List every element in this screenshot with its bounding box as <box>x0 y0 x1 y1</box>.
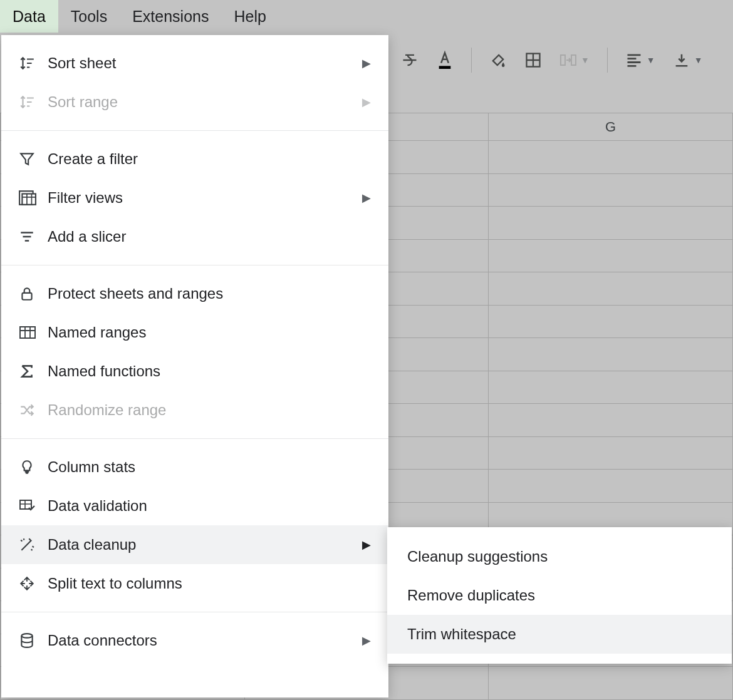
sigma-icon <box>19 363 48 379</box>
menu-item-protect[interactable]: Protect sheets and ranges <box>1 274 388 313</box>
lightbulb-icon <box>19 459 48 475</box>
data-validation-icon <box>19 498 48 513</box>
fill-color-button[interactable] <box>489 51 507 69</box>
menu-item-label: Column stats <box>48 458 371 476</box>
menu-item-label: Sort sheet <box>48 54 362 72</box>
chevron-down-icon: ▼ <box>694 55 703 65</box>
submenu-item-label: Trim whitespace <box>407 625 516 643</box>
submenu-item-remove-duplicates[interactable]: Remove duplicates <box>387 576 732 615</box>
toolbar-divider <box>471 48 472 73</box>
menu-item-label: Add a slicer <box>48 228 371 245</box>
chevron-right-icon: ▶ <box>362 95 371 109</box>
svg-point-9 <box>21 634 32 638</box>
menu-item-sort-range: Sort range ▶ <box>1 83 388 121</box>
menu-item-randomize-range: Randomize range <box>1 391 388 430</box>
database-icon <box>19 632 48 649</box>
menu-item-filter-views[interactable]: Filter views ▶ <box>1 178 388 217</box>
menu-item-label: Sort range <box>48 93 362 111</box>
menu-separator <box>1 438 388 439</box>
text-color-icon <box>436 51 454 69</box>
submenu-item-cleanup-suggestions[interactable]: Cleanup suggestions <box>387 537 732 576</box>
submenu-item-trim-whitespace[interactable]: Trim whitespace <box>387 615 732 654</box>
menubar: Data Tools Extensions Help <box>0 0 733 33</box>
borders-button[interactable] <box>524 51 542 69</box>
slicer-icon <box>19 229 48 245</box>
chevron-down-icon: ▼ <box>647 55 655 65</box>
menu-item-label: Split text to columns <box>48 575 371 592</box>
menu-separator <box>1 265 388 265</box>
menu-item-column-stats[interactable]: Column stats <box>1 448 388 486</box>
menu-item-sort-sheet[interactable]: Sort sheet ▶ <box>1 44 388 83</box>
chevron-right-icon: ▶ <box>362 634 371 647</box>
merge-cells-button[interactable]: ▼ <box>559 51 590 69</box>
menu-separator <box>1 612 388 612</box>
data-menu-dropdown: Sort sheet ▶ Sort range ▶ Create a filte… <box>1 35 388 697</box>
strikethrough-icon <box>401 51 418 69</box>
split-icon <box>19 575 48 592</box>
menu-item-named-ranges[interactable]: Named ranges <box>1 313 388 352</box>
svg-rect-3 <box>571 55 576 65</box>
fill-color-icon <box>489 51 507 69</box>
menu-item-label: Create a filter <box>48 150 371 168</box>
menu-item-data-connectors[interactable]: Data connectors ▶ <box>1 621 388 660</box>
menu-item-data-validation[interactable]: Data validation <box>1 486 388 525</box>
svg-rect-5 <box>22 194 36 205</box>
align-left-icon <box>625 51 643 69</box>
sort-sheet-icon <box>19 55 48 71</box>
menu-item-add-slicer[interactable]: Add a slicer <box>1 217 388 256</box>
submenu-item-label: Cleanup suggestions <box>407 548 548 565</box>
menu-item-label: Data validation <box>48 497 371 515</box>
chevron-right-icon: ▶ <box>362 191 371 205</box>
chevron-down-icon: ▼ <box>581 55 590 65</box>
chevron-right-icon: ▶ <box>362 538 371 552</box>
merge-cells-icon <box>559 51 577 69</box>
submenu-item-label: Remove duplicates <box>407 587 535 604</box>
menu-item-create-filter[interactable]: Create a filter <box>1 140 388 178</box>
chevron-right-icon: ▶ <box>362 56 371 70</box>
svg-rect-6 <box>22 293 31 300</box>
lock-icon <box>19 286 48 302</box>
menu-item-named-functions[interactable]: Named functions <box>1 352 388 391</box>
menu-separator <box>1 130 388 131</box>
borders-icon <box>524 51 542 69</box>
strikethrough-button[interactable] <box>401 51 418 69</box>
data-cleanup-submenu: Cleanup suggestions Remove duplicates Tr… <box>387 527 732 664</box>
menu-data[interactable]: Data <box>0 0 58 33</box>
menu-item-label: Data connectors <box>48 632 362 649</box>
menu-item-label: Named functions <box>48 363 371 380</box>
menu-item-label: Protect sheets and ranges <box>48 285 371 302</box>
menu-item-data-cleanup[interactable]: Data cleanup ▶ <box>1 525 388 564</box>
filter-icon <box>19 151 48 167</box>
vertical-align-button[interactable]: ▼ <box>673 51 703 69</box>
menu-extensions[interactable]: Extensions <box>120 0 221 33</box>
vertical-align-bottom-icon <box>673 51 690 69</box>
filter-views-icon <box>19 190 48 206</box>
sort-range-icon <box>19 94 48 110</box>
horizontal-align-button[interactable]: ▼ <box>625 51 655 69</box>
menu-item-label: Filter views <box>48 189 362 207</box>
named-ranges-icon <box>19 325 48 340</box>
text-color-button[interactable] <box>436 51 454 69</box>
shuffle-icon <box>19 402 48 418</box>
menu-item-split-text[interactable]: Split text to columns <box>1 564 388 603</box>
svg-rect-2 <box>561 55 565 65</box>
menu-tools[interactable]: Tools <box>58 0 120 33</box>
svg-rect-0 <box>439 66 451 69</box>
menu-item-label: Randomize range <box>48 401 371 419</box>
toolbar-divider <box>607 48 608 73</box>
menu-help[interactable]: Help <box>221 0 278 33</box>
magic-wand-icon <box>19 537 48 553</box>
menu-item-label: Data cleanup <box>48 536 362 553</box>
svg-rect-7 <box>20 327 35 338</box>
menu-item-label: Named ranges <box>48 324 371 341</box>
column-header[interactable]: G <box>489 113 733 141</box>
